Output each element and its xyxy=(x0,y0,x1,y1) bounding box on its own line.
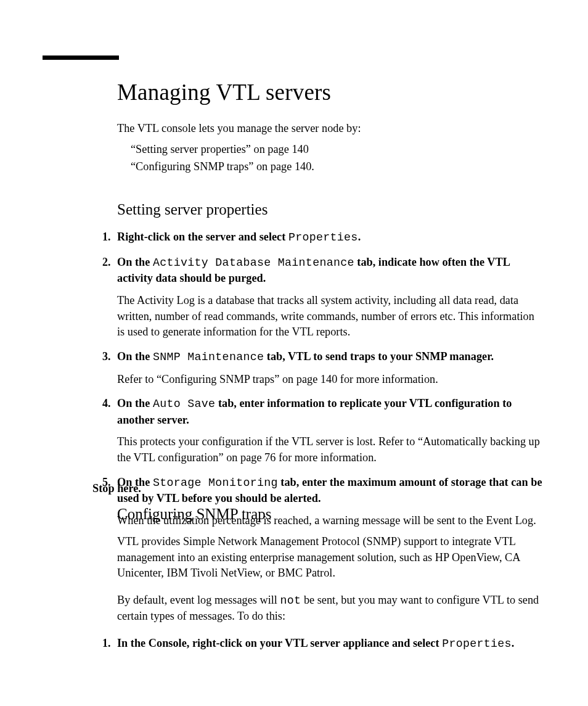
body-text: By default, event log messages will xyxy=(117,594,280,606)
step-text: Right-click on the server and select xyxy=(117,231,288,243)
step-mono: SNMP Maintenance xyxy=(153,351,264,363)
step-heading: Right-click on the server and select Pro… xyxy=(117,231,361,243)
stop-text: Stop here. xyxy=(92,482,542,495)
step-body: This protects your configuration if the … xyxy=(117,434,542,466)
step-item: In the Console, right-click on your VTL … xyxy=(105,636,542,652)
step-heading: On the SNMP Maintenance tab, VTL to send… xyxy=(117,350,494,363)
steps-list: In the Console, right-click on your VTL … xyxy=(105,636,542,652)
step-mono: Activity Database Maintenance xyxy=(153,257,354,269)
document-page: Managing VTL servers The VTL console let… xyxy=(0,0,588,706)
step-body: Refer to “Configuring SNMP traps” on pag… xyxy=(117,372,542,388)
step-text: . xyxy=(512,637,515,649)
step-item: Right-click on the server and select Pro… xyxy=(105,229,542,246)
intro-item: “Configuring SNMP traps” on page 140. xyxy=(131,158,542,175)
section2-content: Configuring SNMP traps VTL provides Simp… xyxy=(117,506,542,661)
stop-block: Stop here. xyxy=(92,476,542,495)
step-text: On the xyxy=(117,350,153,363)
step-heading: In the Console, right-click on your VTL … xyxy=(117,637,514,649)
step-heading: On the Auto Save tab, enter information … xyxy=(117,397,512,426)
step-text: On the xyxy=(117,397,153,409)
section-heading: Configuring SNMP traps xyxy=(117,506,542,523)
intro-item: “Setting server properties” on page 140 xyxy=(131,141,542,158)
intro-lead: The VTL console lets you manage the serv… xyxy=(117,120,542,137)
step-body: The Activity Log is a database that trac… xyxy=(117,293,542,340)
step-heading: On the Activity Database Maintenance tab… xyxy=(117,256,510,285)
step-text: tab, VTL to send traps to your SNMP mana… xyxy=(264,350,494,363)
step-text: In the Console, right-click on your VTL … xyxy=(117,637,442,649)
page-content: Managing VTL servers The VTL console let… xyxy=(117,79,542,537)
step-mono: Properties xyxy=(442,638,512,650)
step-mono: Properties xyxy=(288,231,358,244)
step-mono: Auto Save xyxy=(153,398,215,410)
step-item: On the Auto Save tab, enter information … xyxy=(105,396,542,466)
step-item: On the Activity Database Maintenance tab… xyxy=(105,255,542,340)
step-item: On the SNMP Maintenance tab, VTL to send… xyxy=(105,349,542,387)
body-mono: not xyxy=(280,594,301,607)
header-rule xyxy=(43,55,119,60)
step-text: On the xyxy=(117,256,153,268)
page-title: Managing VTL servers xyxy=(117,79,542,105)
section-heading: Setting server properties xyxy=(117,201,542,218)
step-text: . xyxy=(358,231,361,243)
body-paragraph: VTL provides Simple Network Management P… xyxy=(117,534,542,581)
body-paragraph: By default, event log messages will not … xyxy=(117,593,542,625)
